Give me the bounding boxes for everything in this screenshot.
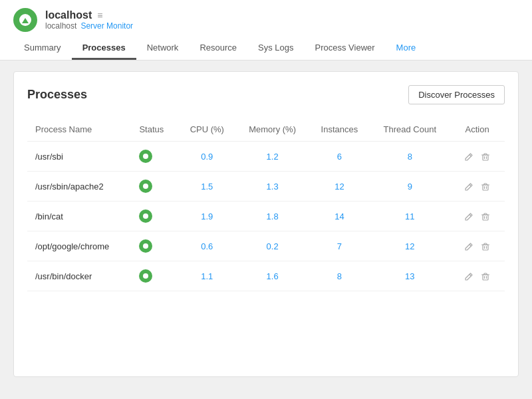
header-hostname: localhost ≡ xyxy=(45,9,133,21)
cell-action xyxy=(450,231,505,261)
col-header-status: Status xyxy=(131,118,178,142)
main-content: Processes Discover Processes Process Nam… xyxy=(0,61,532,399)
cell-memory: 1.3 xyxy=(236,172,309,201)
cell-process-name: /usr/bin/docker xyxy=(27,261,131,291)
header: localhost ≡ localhost Server Monitor Sum… xyxy=(0,0,532,61)
cell-thread-count: 13 xyxy=(370,261,450,291)
cell-memory: 1.6 xyxy=(236,261,309,291)
discover-processes-button[interactable]: Discover Processes xyxy=(408,85,505,104)
col-header-name: Process Name xyxy=(27,118,131,142)
status-dot-inner xyxy=(143,243,148,249)
cell-cpu: 0.6 xyxy=(178,231,236,261)
status-dot-inner xyxy=(143,184,148,189)
table-row: /bin/cat1.91.81411 xyxy=(27,201,505,231)
server-monitor-link[interactable]: Server Monitor xyxy=(80,21,133,31)
cell-process-name: /usr/sbi xyxy=(27,142,131,172)
cell-memory: 0.2 xyxy=(236,231,309,261)
tab-resource[interactable]: Resource xyxy=(189,37,247,60)
svg-rect-4 xyxy=(483,275,488,280)
status-dot xyxy=(139,209,152,223)
cell-process-name: /bin/cat xyxy=(27,201,131,231)
tab-processviewer[interactable]: Process Viewer xyxy=(305,37,386,60)
col-header-memory: Memory (%) xyxy=(236,118,309,142)
svg-rect-1 xyxy=(483,185,488,190)
cell-status xyxy=(131,261,178,291)
cell-instances: 6 xyxy=(309,142,370,172)
hamburger-icon[interactable]: ≡ xyxy=(97,10,102,21)
svg-rect-2 xyxy=(483,215,488,220)
cell-cpu: 1.9 xyxy=(178,201,236,231)
svg-rect-3 xyxy=(483,245,488,250)
table-row: /usr/sbi0.91.268 xyxy=(27,142,505,172)
cell-status xyxy=(131,201,178,231)
col-header-cpu: CPU (%) xyxy=(178,118,236,142)
edit-icon[interactable] xyxy=(462,269,479,282)
cell-action xyxy=(450,201,505,231)
col-header-instances: Instances xyxy=(309,118,370,142)
delete-icon[interactable] xyxy=(478,180,493,192)
table-header-row: Process Name Status CPU (%) Memory (%) I… xyxy=(27,118,505,142)
hostname-text: localhost xyxy=(45,9,92,21)
cell-memory: 1.2 xyxy=(236,142,309,172)
edit-icon[interactable] xyxy=(462,150,479,162)
delete-icon[interactable] xyxy=(478,209,493,222)
cell-instances: 8 xyxy=(309,261,370,291)
status-dot-inner xyxy=(143,154,148,159)
process-table: Process Name Status CPU (%) Memory (%) I… xyxy=(27,118,505,291)
app-container: localhost ≡ localhost Server Monitor Sum… xyxy=(0,0,532,399)
tab-processes[interactable]: Processes xyxy=(72,37,136,60)
status-dot-inner xyxy=(143,213,148,219)
delete-icon[interactable] xyxy=(478,239,493,252)
edit-icon[interactable] xyxy=(462,209,479,222)
status-dot xyxy=(139,180,152,193)
cell-thread-count: 9 xyxy=(370,172,450,201)
cell-cpu: 0.9 xyxy=(178,142,236,172)
avatar-inner xyxy=(19,14,31,26)
cell-process-name: /opt/google/chrome xyxy=(27,231,131,261)
table-header: Process Name Status CPU (%) Memory (%) I… xyxy=(27,118,505,142)
content-card: Processes Discover Processes Process Nam… xyxy=(13,71,519,377)
cell-cpu: 1.1 xyxy=(178,261,236,291)
tab-more[interactable]: More xyxy=(386,37,427,60)
tab-syslogs[interactable]: Sys Logs xyxy=(247,37,304,60)
table-body: /usr/sbi0.91.268 /usr/sbin/apache21.51.3… xyxy=(27,142,505,291)
status-dot xyxy=(139,150,152,163)
tab-summary[interactable]: Summary xyxy=(13,37,72,60)
col-header-action: Action xyxy=(450,118,505,142)
header-subtitle: localhost Server Monitor xyxy=(45,21,133,31)
delete-icon[interactable] xyxy=(478,150,493,162)
cell-cpu: 1.5 xyxy=(178,172,236,201)
cell-instances: 14 xyxy=(309,201,370,231)
cell-instances: 12 xyxy=(309,172,370,201)
col-header-thread-count: Thread Count xyxy=(370,118,450,142)
cell-thread-count: 11 xyxy=(370,201,450,231)
edit-icon[interactable] xyxy=(462,239,479,252)
table-row: /usr/bin/docker1.11.6813 xyxy=(27,261,505,291)
cell-memory: 1.8 xyxy=(236,201,309,231)
status-dot xyxy=(139,239,152,253)
avatar xyxy=(13,8,37,32)
table-row: /opt/google/chrome0.60.2712 xyxy=(27,231,505,261)
status-dot-inner xyxy=(143,273,148,279)
avatar-arrow-icon xyxy=(22,18,29,23)
status-dot xyxy=(139,269,152,283)
cell-action xyxy=(450,142,505,172)
card-header: Processes Discover Processes xyxy=(27,85,505,104)
subtitle-host: localhost xyxy=(45,21,76,31)
cell-thread-count: 8 xyxy=(370,142,450,172)
cell-status xyxy=(131,142,178,172)
header-info: localhost ≡ localhost Server Monitor xyxy=(45,9,133,31)
cell-status xyxy=(131,172,178,201)
cell-process-name: /usr/sbin/apache2 xyxy=(27,172,131,201)
cell-action xyxy=(450,172,505,201)
edit-icon[interactable] xyxy=(462,180,479,192)
nav-tabs: Summary Processes Network Resource Sys L… xyxy=(13,37,519,60)
card-title: Processes xyxy=(27,88,87,102)
tab-network[interactable]: Network xyxy=(136,37,190,60)
svg-rect-0 xyxy=(483,155,488,160)
cell-thread-count: 12 xyxy=(370,231,450,261)
cell-instances: 7 xyxy=(309,231,370,261)
delete-icon[interactable] xyxy=(478,269,493,282)
cell-action xyxy=(450,261,505,291)
table-row: /usr/sbin/apache21.51.3129 xyxy=(27,172,505,201)
